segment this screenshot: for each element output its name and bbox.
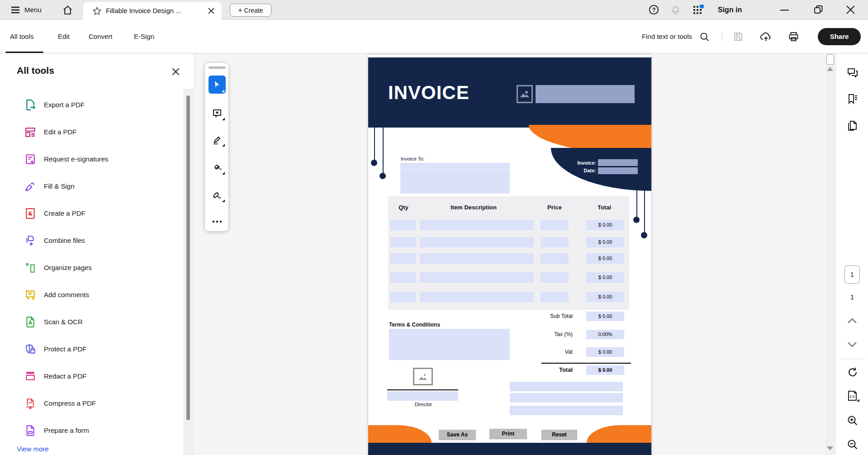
favorite-star-icon[interactable] [92,6,102,16]
scroll-down-arrow-icon[interactable] [827,446,833,450]
price-field[interactable] [541,220,569,230]
restore-window-icon[interactable] [814,5,823,14]
find-text-label[interactable]: Find text or tools [613,28,692,45]
document-scrollbar[interactable] [825,53,835,455]
help-icon[interactable]: ? [649,5,659,15]
price-field[interactable] [541,272,569,283]
qty-field[interactable] [390,220,416,230]
print-button[interactable]: Print [489,429,527,439]
create-button[interactable]: + Create [230,4,271,17]
qty-field[interactable] [390,253,416,264]
total-field[interactable]: $ 0.00 [586,272,624,283]
menu-button[interactable]: Menu [24,0,42,20]
sidebar-item-compress-pdf[interactable]: Compress a PDF [0,394,183,412]
sidebar-item-organize-pages[interactable]: Organize pages [0,259,183,277]
sidebar-item-add-comments[interactable]: Add comments [0,286,183,304]
previous-page-icon[interactable] [848,318,859,329]
close-tab-icon[interactable] [208,8,214,14]
description-field[interactable] [420,253,534,264]
notifications-bell-icon[interactable] [670,5,681,15]
cloud-upload-icon[interactable] [760,31,772,43]
select-tool-button[interactable] [209,76,226,94]
signature-field[interactable] [387,391,458,401]
document-viewport[interactable]: INVOICE Invoice To: Invoi [194,53,835,455]
tab-esign[interactable]: E-Sign [134,28,154,45]
actual-size-icon[interactable]: 1:1 [847,390,858,401]
total-field[interactable]: $ 0.00 [586,292,624,302]
qty-field[interactable] [390,292,416,302]
home-icon[interactable] [62,5,73,15]
sidebar-item-redact-pdf[interactable]: Redact a PDF [0,367,183,385]
fill-sign-tool-button[interactable] [211,189,223,202]
print-icon[interactable] [788,31,799,42]
draw-tool-button[interactable] [211,161,223,174]
total-field[interactable]: $ 0.00 [586,253,624,264]
sidebar-item-fill-sign[interactable]: Fill & Sign [0,177,183,195]
signature-image-placeholder-icon[interactable] [413,368,433,385]
page-thumbnails-panel-icon[interactable] [847,120,858,131]
sign-in-button[interactable]: Sign in [718,0,742,20]
zoom-in-icon[interactable] [847,415,858,426]
sidebar-item-prepare-form[interactable]: Prepare a form [0,422,183,440]
description-field[interactable] [420,292,534,302]
toolbar-drag-handle[interactable] [209,66,226,69]
qty-field[interactable] [390,237,416,247]
page-number-input[interactable]: 1 [844,265,860,284]
description-field[interactable] [420,220,534,230]
rotate-refresh-icon[interactable] [847,366,858,377]
sidebar-scroll-thumb[interactable] [186,95,190,420]
close-window-icon[interactable] [846,5,855,14]
sidebar-item-create-pdf[interactable]: Create a PDF [0,204,183,223]
tab-all-tools[interactable]: All tools [10,28,34,45]
sidebar-item-export-pdf[interactable]: Export a PDF [0,96,183,114]
app-switcher-grid-icon[interactable] [693,5,705,15]
sidebar-item-scan-ocr[interactable]: Scan & OCR [0,313,183,331]
payment-info-field[interactable] [510,382,623,391]
price-field[interactable] [541,237,569,247]
document-tab[interactable]: Fillable Invoice Design ... [83,2,222,20]
more-tools-button[interactable] [211,215,223,228]
qty-field[interactable] [390,272,416,283]
price-field[interactable] [541,253,569,264]
search-icon[interactable] [699,32,710,42]
logo-image-placeholder-icon[interactable] [517,85,533,103]
add-comment-tool-button[interactable] [211,107,223,120]
sidebar-item-edit-pdf[interactable]: Edit a PDF [0,123,183,141]
payment-info-field[interactable] [510,393,623,403]
hamburger-menu-icon[interactable] [11,6,20,14]
reset-button[interactable]: Reset [541,430,577,440]
payment-info-field[interactable] [510,406,623,415]
vat-field[interactable]: $ 0.00 [586,347,624,357]
comments-panel-icon[interactable] [847,67,858,78]
tab-convert[interactable]: Convert [89,28,113,45]
invoice-number-field[interactable] [598,159,638,166]
scroll-up-arrow-icon[interactable] [827,67,833,71]
close-panel-icon[interactable] [172,68,180,76]
minimize-window-icon[interactable] [780,9,789,11]
highlight-tool-button[interactable] [211,133,223,146]
view-more-link[interactable]: View more [17,445,49,453]
sidebar-item-combine-files[interactable]: Combine files [0,232,183,250]
subtotal-field[interactable]: $ 0.00 [586,312,624,321]
bookmarks-panel-icon[interactable] [847,93,858,104]
sidebar-item-protect-pdf[interactable]: Protect a PDF [0,340,183,358]
document-scroll-thumb[interactable] [826,54,834,65]
terms-field[interactable] [389,329,510,360]
invoice-to-field[interactable] [400,163,510,194]
total-field[interactable]: $ 0.00 [586,220,624,230]
save-as-button[interactable]: Save As [439,430,476,440]
tab-edit[interactable]: Edit [58,28,70,45]
sidebar-scrollbar[interactable] [183,89,194,455]
share-button[interactable]: Share [818,28,861,45]
zoom-out-icon[interactable] [847,439,858,450]
price-field[interactable] [541,292,569,302]
total-field[interactable]: $ 0.00 [586,237,624,247]
description-field[interactable] [420,272,534,283]
tax-field[interactable]: 0.00% [586,330,624,339]
description-field[interactable] [420,237,534,247]
sidebar-item-request-esignatures[interactable]: Request e-signatures [0,150,183,168]
next-page-icon[interactable] [848,342,859,353]
company-name-field[interactable] [536,85,635,103]
invoice-date-field[interactable] [598,167,638,174]
grand-total-field[interactable]: $ 0.00 [586,365,624,375]
